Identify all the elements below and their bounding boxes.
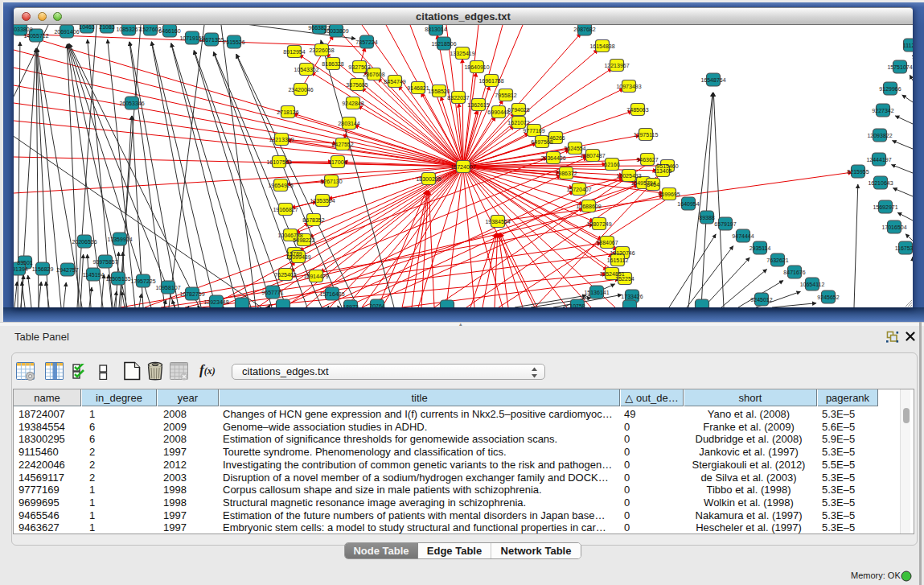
svg-text:1615112: 1615112 (607, 257, 629, 263)
svg-text:15692971: 15692971 (873, 204, 897, 210)
svg-text:10758: 10758 (569, 303, 585, 308)
svg-text:9245012: 9245012 (750, 297, 772, 303)
svg-text:9245652: 9245652 (817, 295, 839, 300)
svg-text:20206536: 20206536 (72, 239, 97, 245)
svg-text:9777169: 9777169 (523, 128, 544, 134)
svg-text:19166827: 19166827 (273, 207, 298, 212)
svg-text:14055712: 14055712 (23, 33, 48, 39)
svg-text:16107553: 16107553 (266, 159, 291, 165)
svg-text:18973: 18973 (343, 304, 359, 308)
svg-text:3875685: 3875685 (346, 82, 368, 88)
svg-text:2935114: 2935114 (749, 245, 771, 251)
svg-text:10807487: 10807487 (580, 153, 605, 159)
svg-text:15716485: 15716485 (319, 291, 344, 297)
svg-text:8678352: 8678352 (302, 217, 324, 223)
svg-text:746266: 746266 (546, 135, 565, 141)
svg-text:6794028: 6794028 (507, 107, 529, 113)
svg-text:12975115: 12975115 (634, 132, 659, 138)
svg-text:9242848: 9242848 (342, 101, 363, 106)
svg-text:8215955: 8215955 (847, 169, 869, 175)
svg-text:11124: 11124 (903, 43, 913, 48)
svg-text:9657771: 9657771 (261, 290, 283, 295)
svg-text:10025433: 10025433 (616, 173, 641, 179)
svg-text:7986372: 7986372 (555, 171, 577, 176)
svg-text:9427552: 9427552 (331, 142, 353, 147)
svg-text:6990448: 6990448 (487, 109, 509, 115)
svg-text:12213369: 12213369 (269, 137, 294, 142)
svg-text:17957225: 17957225 (130, 278, 155, 284)
svg-text:93975857: 93975857 (92, 259, 117, 265)
svg-text:10543362: 10543362 (294, 67, 318, 72)
svg-text:7625402: 7625402 (274, 272, 296, 278)
svg-text:20364436: 20364436 (540, 155, 565, 161)
svg-text:12353594: 12353594 (310, 198, 335, 204)
svg-text:10654112: 10654112 (800, 282, 825, 287)
svg-text:16033809: 16033809 (323, 28, 348, 34)
svg-text:12923448: 12923448 (203, 299, 228, 305)
svg-text:1156829: 1156829 (32, 266, 54, 272)
svg-text:6579197: 6579197 (714, 221, 736, 227)
svg-text:2087682: 2087682 (573, 27, 595, 32)
svg-text:8322037: 8322037 (447, 95, 469, 101)
svg-text:9327503: 9327503 (348, 64, 370, 70)
svg-text:2867608: 2867608 (363, 72, 384, 77)
svg-text:7955812: 7955812 (495, 93, 516, 98)
svg-text:15136141: 15136141 (584, 290, 609, 295)
svg-text:18120746: 18120746 (610, 250, 634, 256)
svg-text:17359924: 17359924 (107, 237, 132, 242)
svg-text:7515526: 7515526 (223, 39, 244, 45)
svg-text:9463627: 9463627 (636, 157, 658, 163)
svg-text:16671355: 16671355 (199, 37, 224, 43)
svg-text:1558520: 1558520 (428, 89, 450, 94)
svg-text:16961758: 16961758 (478, 78, 503, 84)
svg-text:2718126: 2718126 (277, 109, 298, 115)
svg-text:8454749: 8454749 (384, 79, 405, 84)
svg-text:16782759: 16782759 (179, 291, 204, 297)
svg-text:12444197: 12444197 (866, 157, 891, 163)
svg-text:9474444: 9474444 (732, 233, 754, 239)
svg-text:8267130: 8267130 (320, 179, 342, 184)
svg-text:7857224: 7857224 (355, 39, 377, 45)
svg-text:1167533: 1167533 (895, 245, 913, 251)
svg-text:12093822: 12093822 (867, 133, 892, 138)
svg-text:16154838: 16154838 (589, 43, 614, 49)
svg-text:26053346: 26053346 (119, 101, 144, 106)
svg-text:10853267: 10853267 (116, 27, 141, 32)
svg-text:10688609: 10688609 (576, 204, 601, 209)
svg-text:19384554: 19384554 (485, 219, 510, 225)
svg-text:1640954: 1640954 (677, 201, 699, 207)
svg-text:12213967: 12213967 (604, 63, 629, 68)
svg-text:16914479: 16914479 (303, 274, 328, 279)
svg-text:5498222: 5498222 (293, 237, 314, 243)
svg-text:16210643: 16210643 (868, 180, 893, 186)
svg-text:20691406: 20691406 (54, 29, 79, 35)
svg-text:23226058: 23226058 (309, 47, 334, 53)
svg-text:7632621: 7632621 (766, 257, 788, 263)
svg-text:252254: 252254 (615, 276, 634, 282)
svg-text:113405: 113405 (654, 168, 672, 174)
svg-text:19654925: 19654925 (268, 183, 293, 188)
svg-text:18807249: 18807249 (586, 221, 611, 227)
svg-text:3624554: 3624554 (564, 146, 585, 151)
svg-text:18300295: 18300295 (416, 176, 441, 182)
svg-text:2942757: 2942757 (56, 267, 78, 273)
svg-text:23420046: 23420046 (288, 87, 313, 93)
svg-text:1621072: 1621072 (507, 120, 529, 126)
svg-text:8813014: 8813014 (425, 27, 446, 32)
svg-text:17016504: 17016504 (881, 225, 906, 230)
svg-text:9227342: 9227342 (872, 108, 893, 113)
svg-text:8912954: 8912954 (283, 49, 305, 55)
svg-text:9129966: 9129966 (879, 86, 901, 92)
svg-text:2803144: 2803144 (338, 121, 359, 126)
svg-text:117004: 117004 (329, 159, 347, 165)
svg-text:10463: 10463 (79, 25, 95, 30)
svg-text:15720407: 15720407 (566, 187, 591, 192)
svg-text:1145194: 1145194 (83, 272, 105, 278)
svg-text:21083: 21083 (99, 25, 115, 30)
svg-text:16033809: 16033809 (14, 27, 33, 32)
svg-text:16548764: 16548764 (700, 77, 725, 83)
svg-text:12505135: 12505135 (105, 276, 130, 282)
svg-text:9699695: 9699695 (658, 192, 680, 197)
svg-text:1733426: 1733426 (621, 294, 643, 299)
svg-text:18640910: 18640910 (464, 64, 489, 70)
